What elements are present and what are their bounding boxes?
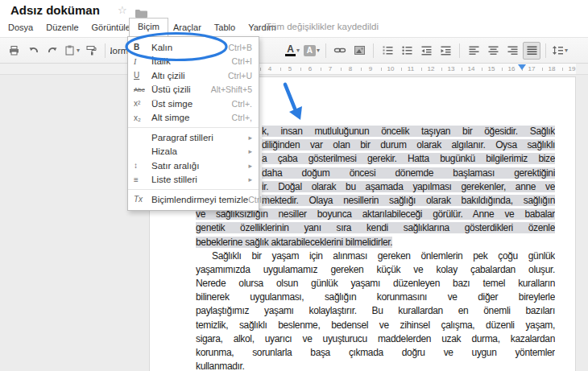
text-line: Sağlıklı bir yaşam için alınması gereken… bbox=[196, 249, 555, 263]
ruler-number: 16 bbox=[508, 65, 516, 72]
star-icon[interactable]: ☆ bbox=[118, 5, 127, 15]
redo-icon[interactable] bbox=[43, 42, 61, 60]
undo-icon[interactable] bbox=[24, 42, 42, 60]
ruler-tick bbox=[542, 68, 543, 71]
menu-item-shortcut: Alt+Shift+5 bbox=[211, 85, 252, 94]
menu-item-shortcut: Ctrl+\ bbox=[248, 195, 268, 204]
menu-araçlar[interactable]: Araçlar bbox=[172, 21, 203, 34]
bold-icon: B bbox=[134, 43, 151, 52]
ruler: 12345678910111213141516171819 bbox=[0, 64, 588, 75]
menu-bicim-open[interactable]: Biçim bbox=[129, 18, 168, 36]
menu-item-label: Üstü çizili bbox=[151, 85, 211, 94]
title-bar: Adsız doküman ☆ bbox=[0, 0, 588, 18]
menu-item-label: Biçimlendirmeyi temizle bbox=[151, 195, 248, 204]
line-spacing-icon: ↕ bbox=[134, 161, 151, 170]
menu-item-alt-simge[interactable]: x₂Alt simgeCtrl+, bbox=[128, 111, 259, 126]
ruler-tick bbox=[321, 68, 321, 71]
menu-separator bbox=[128, 189, 259, 190]
align-right-icon[interactable] bbox=[503, 42, 521, 60]
text-line: temizlik, sağlıklı beslenme, bedensel ve… bbox=[196, 319, 555, 332]
ruler-tick bbox=[502, 68, 503, 71]
ruler-tick bbox=[341, 68, 342, 71]
menu-item-label: Satır aralığı bbox=[151, 161, 248, 171]
chevron-down-icon[interactable]: ▾ bbox=[296, 47, 300, 54]
menu-düzenle[interactable]: Düzenle bbox=[44, 21, 80, 34]
menu-bar: DosyaDüzenleGörüntüleEkle Biçim AraçlarT… bbox=[0, 18, 588, 37]
menu-separator bbox=[128, 127, 259, 128]
underline-icon: U bbox=[134, 71, 151, 80]
menu-item-altı-çizili[interactable]: UAltı çiziliCtrl+U bbox=[128, 68, 259, 83]
align-center-icon[interactable] bbox=[484, 42, 502, 60]
ruler-tick bbox=[441, 68, 442, 71]
menu-item-kalın[interactable]: BKalınCtrl+B bbox=[128, 40, 259, 55]
increase-indent-icon[interactable] bbox=[437, 42, 454, 60]
ruler-tick bbox=[361, 68, 362, 71]
subscript-icon: x₂ bbox=[134, 113, 151, 122]
text-line: bebeklerine sağlık aktarabileceklerini b… bbox=[196, 236, 555, 249]
ruler-number: 5 bbox=[288, 65, 292, 72]
ruler-tick bbox=[260, 68, 261, 71]
ruler-number: 6 bbox=[308, 65, 312, 72]
menu-item-satır-aralığı[interactable]: ↕Satır aralığı▸ bbox=[128, 159, 259, 173]
menu-item-shortcut: Ctrl+. bbox=[232, 99, 252, 109]
menu-dosya[interactable]: Dosya bbox=[6, 21, 35, 34]
menu-item-üstü-çizili[interactable]: AbcÜstü çiziliAlt+Shift+5 bbox=[128, 83, 259, 97]
menu-item-label: Üst simge bbox=[151, 99, 232, 109]
justify-icon[interactable] bbox=[523, 42, 540, 60]
ruler-number: 17 bbox=[528, 65, 536, 72]
ruler-tick bbox=[280, 68, 281, 71]
menu-item-hizala[interactable]: Hizala▸ bbox=[128, 145, 259, 159]
menu-item-liste-stilleri[interactable]: ≡Liste stilleri▸ bbox=[128, 173, 259, 188]
line-spacing-icon[interactable]: ▾ bbox=[551, 42, 569, 60]
highlight-color-icon[interactable]: A ▾ bbox=[303, 42, 321, 60]
ruler-number: 14 bbox=[468, 65, 475, 72]
text-line: mektedir. Olaya nesillerin sağlığı olara… bbox=[262, 194, 555, 208]
ruler-tick bbox=[300, 68, 301, 71]
paint-format-icon[interactable] bbox=[82, 42, 100, 60]
text-color-icon[interactable]: A ▾ bbox=[284, 42, 301, 60]
ruler-number: 8 bbox=[349, 65, 352, 72]
insert-image-icon[interactable] bbox=[350, 42, 368, 60]
menu-item-shortcut: Ctrl+, bbox=[232, 113, 252, 122]
web-clipboard-icon[interactable]: ▾ bbox=[63, 42, 81, 60]
menu-item-üst-simge[interactable]: x²Üst simgeCtrl+. bbox=[128, 97, 259, 111]
numbered-list-icon[interactable] bbox=[379, 42, 396, 60]
align-left-icon[interactable] bbox=[465, 42, 482, 60]
menu-item-label: Hizala bbox=[151, 146, 248, 156]
superscript-icon: x² bbox=[134, 99, 151, 108]
ruler-tick bbox=[401, 68, 402, 71]
decrease-indent-icon[interactable] bbox=[417, 42, 435, 60]
text-line: daha doğum öncesi dönemde başlaması gere… bbox=[262, 167, 555, 180]
menu-görüntüle[interactable]: Görüntüle bbox=[90, 21, 132, 34]
chevron-down-icon[interactable]: ▾ bbox=[565, 47, 568, 54]
ruler-number: 15 bbox=[488, 65, 495, 72]
menu-item-shortcut: Ctrl+U bbox=[228, 71, 252, 80]
chevron-down-icon[interactable]: ▾ bbox=[77, 47, 80, 54]
document-title[interactable]: Adsız doküman bbox=[10, 3, 100, 17]
ruler-tick bbox=[421, 68, 422, 71]
print-icon[interactable] bbox=[5, 42, 23, 60]
text-line: korunma, sorunlarla başa çıkmada doğru v… bbox=[196, 346, 555, 360]
menu-item-label: Alt simge bbox=[151, 113, 232, 122]
submenu-arrow-icon: ▸ bbox=[248, 162, 252, 170]
text-line: genetik özelliklerinin yanı sıra kendi s… bbox=[196, 221, 555, 235]
indent-marker[interactable] bbox=[518, 64, 526, 70]
text-line: paylaştığımız yaşamı kolaylaştırır. Bu k… bbox=[196, 304, 555, 318]
menu-tablo[interactable]: Tablo bbox=[213, 21, 237, 34]
bulleted-list-icon[interactable] bbox=[398, 42, 416, 60]
menu-item-biçimlendirmeyi-temizle[interactable]: TxBiçimlendirmeyi temizleCtrl+\ bbox=[128, 192, 259, 207]
menu-item-paragraf-stilleri[interactable]: Paragraf stilleri▸ bbox=[128, 130, 259, 145]
text-line: ir. Doğal olarak bu aşamada yapılması ge… bbox=[262, 180, 555, 194]
italic-icon: I bbox=[134, 57, 151, 66]
strikethrough-icon: Abc bbox=[134, 86, 151, 93]
ruler-tick bbox=[462, 68, 462, 71]
menu-item-shortcut: Ctrl+I bbox=[232, 56, 252, 66]
insert-link-icon[interactable] bbox=[331, 42, 349, 60]
menu-item-i̇talik[interactable]: IİtalikCtrl+I bbox=[128, 55, 259, 69]
menu-item-shortcut: Ctrl+B bbox=[229, 43, 252, 52]
chevron-down-icon[interactable]: ▾ bbox=[317, 47, 320, 54]
ruler-number: 19 bbox=[569, 65, 576, 72]
text-line: bilinerek uygulanması, sağlığın korunmas… bbox=[196, 291, 555, 304]
ruler-number: 4 bbox=[268, 65, 271, 72]
menu-item-label: Altı çizili bbox=[151, 71, 228, 80]
